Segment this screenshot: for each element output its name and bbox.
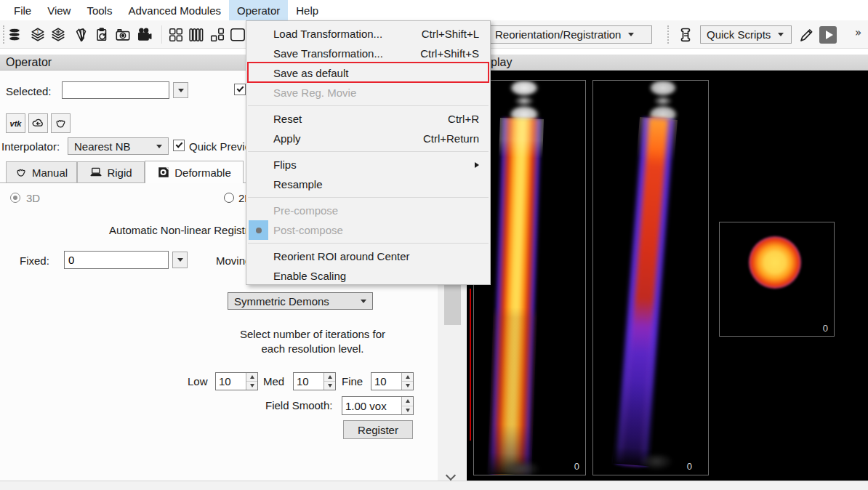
spinner-buttons[interactable] [401, 397, 413, 414]
clipboard-sync-icon[interactable] [93, 26, 110, 44]
viewport-corner-label: 0 [823, 323, 828, 334]
layout-columns-icon[interactable] [188, 26, 205, 44]
menu-help[interactable]: Help [288, 0, 326, 20]
toolbar-overflow-chevron[interactable]: » [855, 26, 861, 39]
vtk-button[interactable]: vtk [6, 113, 25, 133]
chevron-down-icon [156, 145, 162, 148]
selected-checkbox[interactable] [234, 84, 246, 95]
interpolator-dropdown[interactable]: Nearest NB [68, 137, 169, 155]
camera-icon[interactable] [114, 26, 132, 44]
layout-grid-2x2-icon[interactable] [167, 26, 185, 44]
spin-down-icon [250, 384, 254, 387]
chevron-down-icon [361, 300, 366, 303]
vtk-button-label: vtk [10, 119, 22, 128]
fixed-input[interactable] [64, 251, 169, 269]
fine-label: Fine [342, 375, 363, 387]
workflow-dropdown-value: Reorientation/Registration [495, 28, 621, 41]
viewport-coronal-moving[interactable]: 0 [592, 80, 709, 475]
selected-input[interactable] [62, 81, 169, 99]
toolbar-separator [161, 25, 162, 44]
menu-advanced-modules[interactable]: Advanced Modules [120, 0, 229, 20]
quick-scripts-dropdown-value: Quick Scripts [707, 28, 771, 41]
hand-icon [55, 117, 68, 130]
display-panel-header: Display [466, 55, 868, 71]
image-viewer[interactable]: 5 0 0 0 [467, 71, 868, 481]
cloud-reset-icon [31, 116, 45, 130]
laptop-icon [89, 166, 103, 179]
chevron-down-icon [178, 89, 184, 92]
menu-item-label: Resample [273, 178, 323, 190]
spin-up-icon [328, 375, 332, 379]
viewport-axial[interactable]: 0 [719, 222, 835, 337]
menu-item-label: Pre-compose [273, 204, 338, 217]
fixed-dropdown-button[interactable] [172, 252, 188, 268]
menu-item-save-transformation[interactable]: Save Transformation... Ctrl+Shift+S [246, 44, 490, 63]
scroll-down-icon[interactable] [446, 470, 456, 481]
mode-2d-radio[interactable] [224, 193, 234, 203]
quick-preview-checkbox[interactable] [173, 140, 185, 151]
field-smooth-spinner[interactable]: 1.00 vox [342, 396, 414, 415]
hand-tool-button[interactable] [51, 113, 71, 133]
iterations-hint-line2: each resolution level. [189, 342, 436, 355]
spinner-buttons[interactable] [246, 373, 257, 390]
fixed-label: Fixed: [20, 254, 49, 267]
menu-item-enable-scaling[interactable]: Enable Scaling [246, 266, 490, 286]
tab-rigid[interactable]: Rigid [77, 161, 145, 183]
submenu-arrow-icon [475, 162, 479, 168]
cards-fan-icon[interactable] [73, 26, 90, 44]
med-spinner[interactable]: 10 [293, 372, 336, 390]
menu-view[interactable]: View [39, 0, 79, 20]
layers-plus-icon[interactable] [49, 26, 67, 44]
menu-item-label: Reset [273, 113, 302, 125]
application-window: File View Tools Advanced Modules Operato… [0, 0, 868, 490]
method-dropdown[interactable]: Symmetric Demons [228, 292, 373, 310]
script-scroll-icon[interactable] [677, 26, 694, 44]
interpolator-label: Interpolator: [1, 140, 60, 153]
layout-mixed-icon[interactable] [209, 26, 226, 44]
register-button[interactable]: Register [343, 420, 413, 439]
cloud-reset-button[interactable] [28, 113, 48, 133]
menu-item-reorient-roi[interactable]: Reorient ROI around Center [246, 246, 490, 266]
menu-separator [246, 148, 490, 155]
selected-dropdown-button[interactable] [173, 82, 188, 98]
layout-single-icon[interactable] [229, 26, 246, 44]
low-spinner[interactable]: 10 [215, 372, 258, 390]
tab-deformable-label: Deformable [174, 166, 231, 179]
status-bar [0, 481, 868, 490]
fine-spinner[interactable]: 10 [371, 372, 414, 390]
toolbar-grip[interactable] [667, 25, 669, 44]
phantom-axial-image [749, 236, 801, 289]
video-camera-icon[interactable] [136, 26, 153, 44]
save-as-default-highlight-box [247, 62, 489, 83]
tab-deformable[interactable]: Deformable [145, 161, 244, 183]
pencil-icon[interactable] [797, 26, 815, 44]
menu-tools[interactable]: Tools [79, 0, 120, 20]
menu-item-save-reg-movie: Save Reg. Movie [246, 83, 490, 103]
field-smooth-value: 1.00 vox [342, 397, 401, 414]
mode-3d-radio[interactable] [10, 193, 20, 203]
layers-one-icon[interactable]: 1 [29, 26, 47, 44]
toolbar-grip[interactable] [3, 25, 4, 44]
menu-item-reset[interactable]: Reset Ctrl+R [246, 109, 490, 129]
menu-item-pre-compose: Pre-compose [246, 201, 490, 220]
quick-scripts-dropdown[interactable]: Quick Scripts [700, 25, 792, 44]
radio-selected-icon [249, 220, 268, 240]
operator-dropdown-menu: Load Transformation... Ctrl+Shift+L Save… [246, 20, 491, 285]
menu-item-load-transformation[interactable]: Load Transformation... Ctrl+Shift+L [246, 24, 490, 44]
spinner-buttons[interactable] [324, 373, 335, 390]
tab-rigid-label: Rigid [107, 166, 132, 179]
spinner-buttons[interactable] [401, 373, 413, 390]
run-script-button[interactable] [819, 26, 837, 44]
chevron-down-icon [177, 258, 183, 262]
database-icon[interactable] [6, 26, 23, 44]
viewport-corner-label: 0 [574, 461, 579, 472]
menu-file[interactable]: File [6, 0, 39, 20]
menu-operator[interactable]: Operator [229, 0, 288, 20]
menu-item-resample[interactable]: Resample [246, 174, 490, 194]
menu-item-label: Save Transformation... [273, 47, 383, 60]
menu-item-shortcut: Ctrl+Return [403, 132, 479, 145]
tab-manual[interactable]: Manual [6, 161, 77, 183]
menu-item-flips[interactable]: Flips [246, 155, 490, 174]
menu-item-apply[interactable]: Apply Ctrl+Return [246, 129, 490, 148]
workflow-dropdown[interactable]: Reorientation/Registration [489, 25, 652, 44]
